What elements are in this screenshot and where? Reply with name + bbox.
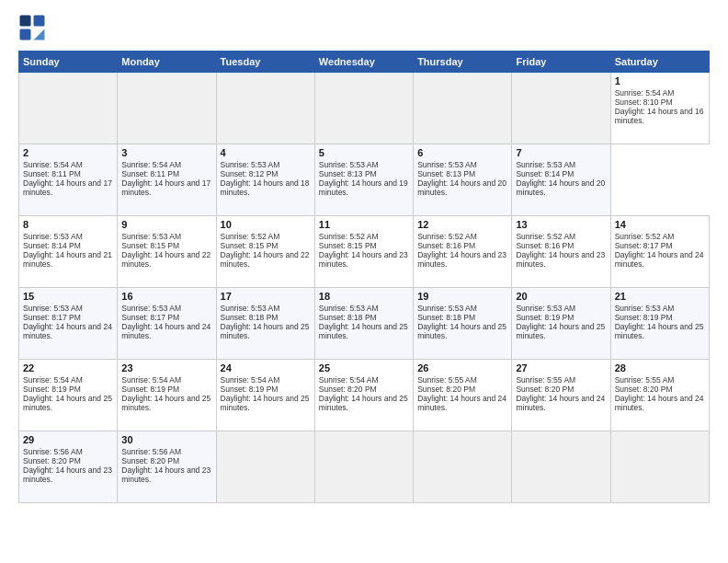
calendar-day-22: 22Sunrise: 5:54 AMSunset: 8:19 PMDayligh…: [19, 360, 118, 431]
calendar-day-17: 17Sunrise: 5:53 AMSunset: 8:18 PMDayligh…: [216, 288, 314, 360]
calendar-day-26: 26Sunrise: 5:55 AMSunset: 8:20 PMDayligh…: [414, 360, 512, 431]
empty-cell: [216, 431, 314, 503]
calendar-day-19: 19Sunrise: 5:53 AMSunset: 8:18 PMDayligh…: [414, 288, 512, 360]
empty-cell: [512, 73, 610, 144]
col-header-sunday: Sunday: [19, 52, 118, 73]
calendar-day-25: 25Sunrise: 5:54 AMSunset: 8:20 PMDayligh…: [314, 360, 413, 431]
calendar-day-20: 20Sunrise: 5:53 AMSunset: 8:19 PMDayligh…: [512, 288, 610, 360]
calendar-day-24: 24Sunrise: 5:54 AMSunset: 8:19 PMDayligh…: [216, 360, 314, 431]
col-header-tuesday: Tuesday: [216, 52, 314, 73]
svg-marker-3: [34, 29, 45, 40]
empty-cell: [118, 73, 216, 144]
calendar-day-4: 4Sunrise: 5:53 AMSunset: 8:12 PMDaylight…: [216, 144, 314, 216]
calendar-day-28: 28Sunrise: 5:55 AMSunset: 8:20 PMDayligh…: [610, 360, 709, 431]
calendar-week-2: 2Sunrise: 5:54 AMSunset: 8:11 PMDaylight…: [19, 144, 710, 216]
calendar-day-10: 10Sunrise: 5:52 AMSunset: 8:15 PMDayligh…: [216, 216, 314, 288]
calendar-day-14: 14Sunrise: 5:52 AMSunset: 8:17 PMDayligh…: [610, 216, 709, 288]
logo-icon: [18, 14, 46, 41]
calendar-table: SundayMondayTuesdayWednesdayThursdayFrid…: [18, 51, 710, 503]
empty-cell: [314, 431, 413, 503]
svg-rect-2: [20, 29, 31, 40]
calendar-day-3: 3Sunrise: 5:54 AMSunset: 8:11 PMDaylight…: [118, 144, 216, 216]
calendar-week-1: 1Sunrise: 5:54 AMSunset: 8:10 PMDaylight…: [19, 73, 710, 144]
header-row: SundayMondayTuesdayWednesdayThursdayFrid…: [19, 52, 710, 73]
calendar-week-6: 29Sunrise: 5:56 AMSunset: 8:20 PMDayligh…: [19, 431, 710, 503]
calendar-day-30: 30Sunrise: 5:56 AMSunset: 8:20 PMDayligh…: [118, 431, 216, 503]
empty-cell: [216, 73, 314, 144]
calendar-week-4: 15Sunrise: 5:53 AMSunset: 8:17 PMDayligh…: [19, 288, 710, 360]
empty-cell: [19, 73, 118, 144]
calendar-day-7: 7Sunrise: 5:53 AMSunset: 8:14 PMDaylight…: [512, 144, 610, 216]
calendar-day-21: 21Sunrise: 5:53 AMSunset: 8:19 PMDayligh…: [610, 288, 709, 360]
calendar-day-18: 18Sunrise: 5:53 AMSunset: 8:18 PMDayligh…: [314, 288, 413, 360]
svg-rect-1: [34, 16, 45, 27]
calendar-day-5: 5Sunrise: 5:53 AMSunset: 8:13 PMDaylight…: [314, 144, 413, 216]
empty-cell: [512, 431, 610, 503]
col-header-wednesday: Wednesday: [314, 52, 413, 73]
calendar-day-12: 12Sunrise: 5:52 AMSunset: 8:16 PMDayligh…: [414, 216, 512, 288]
calendar-day-11: 11Sunrise: 5:52 AMSunset: 8:15 PMDayligh…: [314, 216, 413, 288]
col-header-friday: Friday: [512, 52, 610, 73]
calendar-day-15: 15Sunrise: 5:53 AMSunset: 8:17 PMDayligh…: [19, 288, 118, 360]
calendar-day-9: 9Sunrise: 5:53 AMSunset: 8:15 PMDaylight…: [118, 216, 216, 288]
calendar-week-3: 8Sunrise: 5:53 AMSunset: 8:14 PMDaylight…: [19, 216, 710, 288]
empty-cell: [414, 431, 512, 503]
svg-rect-0: [20, 16, 31, 27]
calendar-day-2: 2Sunrise: 5:54 AMSunset: 8:11 PMDaylight…: [19, 144, 118, 216]
empty-cell: [314, 73, 413, 144]
calendar-week-5: 22Sunrise: 5:54 AMSunset: 8:19 PMDayligh…: [19, 360, 710, 431]
col-header-monday: Monday: [118, 52, 216, 73]
col-header-thursday: Thursday: [414, 52, 512, 73]
calendar-day-8: 8Sunrise: 5:53 AMSunset: 8:14 PMDaylight…: [19, 216, 118, 288]
calendar-day-13: 13Sunrise: 5:52 AMSunset: 8:16 PMDayligh…: [512, 216, 610, 288]
calendar-day-1: 1Sunrise: 5:54 AMSunset: 8:10 PMDaylight…: [610, 73, 709, 144]
empty-cell: [610, 431, 709, 503]
logo: [18, 14, 50, 41]
calendar-day-27: 27Sunrise: 5:55 AMSunset: 8:20 PMDayligh…: [512, 360, 610, 431]
empty-cell: [414, 73, 512, 144]
calendar-day-23: 23Sunrise: 5:54 AMSunset: 8:19 PMDayligh…: [118, 360, 216, 431]
calendar-day-6: 6Sunrise: 5:53 AMSunset: 8:13 PMDaylight…: [414, 144, 512, 216]
header: [18, 14, 710, 41]
col-header-saturday: Saturday: [610, 52, 709, 73]
calendar-day-29: 29Sunrise: 5:56 AMSunset: 8:20 PMDayligh…: [19, 431, 118, 503]
calendar-day-16: 16Sunrise: 5:53 AMSunset: 8:17 PMDayligh…: [118, 288, 216, 360]
calendar-container: SundayMondayTuesdayWednesdayThursdayFrid…: [0, 0, 728, 563]
